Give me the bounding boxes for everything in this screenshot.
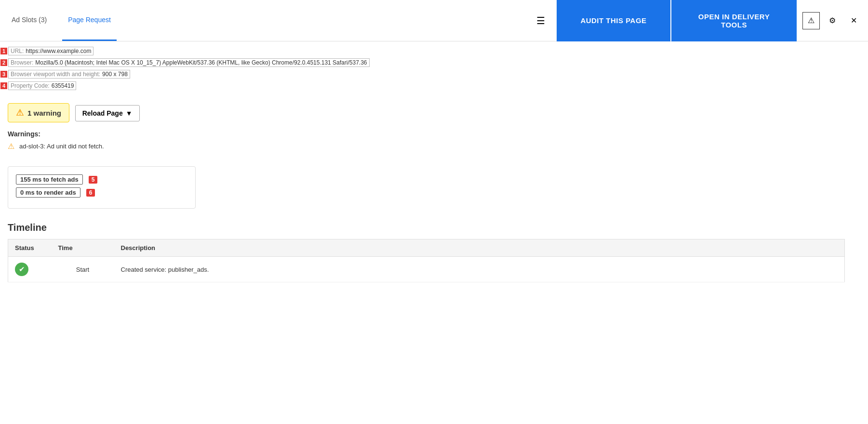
stat-fetch-text: ms to fetch ads (32, 176, 78, 183)
stat-render-num: 0 (20, 189, 24, 196)
hamburger-button[interactable]: ☰ (533, 11, 549, 30)
close-icon-button[interactable]: ✕ (845, 12, 862, 29)
reload-page-chevron-icon: ▼ (126, 109, 133, 117)
row-number-3: 3 (0, 71, 7, 78)
status-check-icon: ✔ (15, 263, 28, 276)
timeline-table-body: ✔ Start Created service: publisher_ads. (8, 257, 845, 282)
reload-page-button[interactable]: Reload Page ▼ (75, 105, 140, 121)
stat-render-label: 0 ms to render ads (16, 187, 80, 198)
warning-bar[interactable]: ⚠ 1 warning (8, 103, 69, 122)
info-row-3-content: Browser viewport width and height: 900 x… (8, 70, 130, 79)
table-cell-time: Start (52, 257, 114, 282)
stat-fetch-num: 155 (20, 176, 31, 183)
info-row-2: 2 Browser: Mozilla/5.0 (Macintosh; Intel… (0, 57, 862, 68)
info-row-3: 3 Browser viewport width and height: 900… (0, 68, 862, 80)
row-number-4: 4 (0, 82, 7, 89)
col-header-description: Description (114, 239, 845, 257)
table-cell-description: Created service: publisher_ads. (114, 257, 845, 282)
col-header-time: Time (52, 239, 114, 257)
browser-value: Mozilla/5.0 (Macintosh; Intel Mac OS X 1… (35, 59, 367, 66)
row-number-1: 1 (0, 48, 7, 54)
col-header-status: Status (8, 239, 52, 257)
warnings-title: Warnings: (8, 130, 860, 138)
stats-box: 155 ms to fetch ads 5 0 ms to render ads… (8, 166, 196, 209)
url-label: URL: (11, 48, 24, 54)
info-row-4: 4 Property Code: 6355419 (0, 80, 862, 92)
timeline-table: Status Time Description ✔ Start Created … (8, 239, 845, 282)
audit-this-page-button[interactable]: AUDIT THIS PAGE (557, 0, 670, 41)
warning-count: 1 warning (27, 109, 61, 117)
gear-icon: ⚙ (829, 16, 836, 25)
timeline-section: Timeline Status Time Description ✔ Start… (0, 214, 868, 290)
property-code-label: Property Code: (11, 82, 50, 89)
warnings-block: Warnings: ⚠ ad-slot-3: Ad unit did not f… (0, 130, 868, 160)
tab-bar: Ad Slots (3) Page Request (6, 0, 117, 41)
browser-label: Browser: (11, 59, 33, 66)
info-section: 1 URL: https://www.example.com 2 Browser… (0, 41, 868, 92)
info-row-4-content: Property Code: 6355419 (8, 81, 76, 90)
table-cell-status: ✔ (8, 257, 52, 282)
property-code-value: 6355419 (52, 82, 74, 89)
close-icon: ✕ (851, 16, 857, 25)
viewport-value: 900 x 798 (102, 71, 128, 78)
info-row-2-content: Browser: Mozilla/5.0 (Macintosh; Intel M… (8, 58, 370, 67)
stat-fetch-label: 155 ms to fetch ads (16, 174, 83, 185)
open-in-delivery-tools-button[interactable]: OPEN IN DELIVERY TOOLS (671, 0, 797, 41)
settings-icon-button[interactable]: ⚙ (824, 12, 841, 29)
warning-section: ⚠ 1 warning Reload Page ▼ (0, 92, 868, 130)
row-number-2: 2 (0, 59, 7, 66)
table-row: ✔ Start Created service: publisher_ads. (8, 257, 845, 282)
tab-page-request[interactable]: Page Request (62, 0, 117, 41)
warning-item-icon-1: ⚠ (8, 142, 14, 151)
stat-row-2: 0 ms to render ads 6 (16, 187, 187, 198)
timeline-table-header: Status Time Description (8, 239, 845, 257)
stat-render-text: ms to render ads (26, 189, 76, 196)
url-value: https://www.example.com (26, 48, 91, 54)
viewport-label: Browser viewport width and height: (11, 71, 100, 78)
stat-render-badge: 6 (86, 189, 95, 197)
info-row-1: 1 URL: https://www.example.com (0, 45, 862, 57)
stat-row-1: 155 ms to fetch ads 5 (16, 174, 187, 185)
timeline-title: Timeline (8, 222, 860, 233)
reload-page-label: Reload Page (82, 109, 123, 117)
tab-ad-slots[interactable]: Ad Slots (3) (6, 0, 53, 41)
header: Ad Slots (3) Page Request ☰ AUDIT THIS P… (0, 0, 868, 41)
warning-bar-icon: ⚠ (16, 107, 24, 118)
warning-item-text-1: ad-slot-3: Ad unit did not fetch. (19, 143, 104, 150)
comment-icon: ⚠ (808, 16, 815, 25)
warning-item-1: ⚠ ad-slot-3: Ad unit did not fetch. (8, 142, 860, 151)
info-row-1-content: URL: https://www.example.com (8, 47, 93, 55)
header-icons: ⚠ ⚙ ✕ (802, 12, 862, 29)
stat-fetch-badge: 5 (89, 176, 98, 184)
comment-icon-button[interactable]: ⚠ (802, 12, 820, 29)
